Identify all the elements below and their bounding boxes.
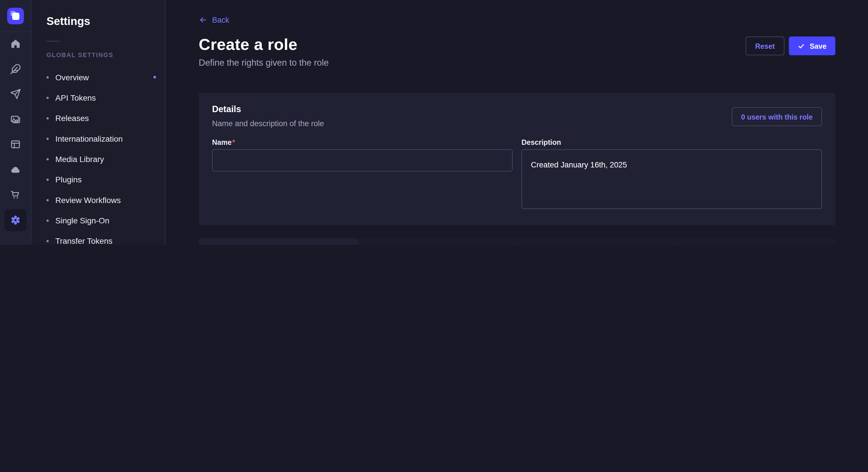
rail-nav — [4, 33, 26, 231]
name-field-group: Name* — [212, 137, 513, 211]
subnav-title: Settings — [46, 14, 165, 28]
sidebar-item-media-library[interactable]: Media Library — [46, 149, 165, 169]
users-with-role-button[interactable]: 0 users with this role — [732, 107, 822, 126]
strapi-logo-icon — [7, 8, 24, 24]
details-title: Details — [212, 104, 324, 115]
strapi-logo[interactable] — [7, 8, 24, 24]
layout-icon[interactable] — [4, 133, 26, 156]
permissions-card: Collection Types Single Types Plugins Se… — [198, 238, 835, 245]
section-label-global-settings: GLOBAL SETTINGS — [46, 51, 165, 59]
name-input[interactable] — [212, 149, 513, 171]
sidebar-item-internationalization[interactable]: Internationalization — [46, 128, 165, 148]
permissions-tabs: Collection Types Single Types Plugins Se… — [198, 238, 835, 245]
tab-single-types[interactable]: Single Types — [358, 238, 517, 245]
settings-subnav: Settings GLOBAL SETTINGS Overview API To… — [32, 0, 166, 245]
feather-icon[interactable] — [4, 58, 26, 80]
required-asterisk: * — [232, 138, 235, 146]
home-icon[interactable] — [4, 33, 26, 55]
global-settings-list: Overview API Tokens Releases Internation… — [46, 67, 165, 245]
rail-divider — [0, 32, 31, 32]
strapi-admin-screen: KD Settings GLOBAL SETTINGS Overview API… — [0, 0, 868, 245]
bullet-icon — [46, 178, 49, 181]
details-card: Details Name and description of the role… — [198, 93, 835, 225]
tab-plugins[interactable]: Plugins — [517, 238, 676, 245]
sidebar-item-releases[interactable]: Releases — [46, 108, 165, 128]
main-content: Back Create a role Define the rights giv… — [166, 0, 868, 245]
save-button[interactable]: Save — [788, 36, 835, 55]
page-subtitle: Define the rights given to the role — [198, 58, 329, 69]
subnav-title-divider — [46, 41, 60, 42]
bullet-icon — [46, 97, 49, 99]
description-label: Description — [522, 138, 561, 146]
description-field-group: Description Created January 16th, 2025 — [522, 137, 822, 211]
check-icon — [797, 42, 805, 49]
reset-button[interactable]: Reset — [746, 36, 784, 55]
cloud-icon[interactable] — [4, 159, 26, 181]
notification-dot-icon — [153, 76, 156, 78]
details-card-text: Details Name and description of the role — [212, 104, 324, 129]
sidebar-item-review-workflows[interactable]: Review Workflows — [46, 190, 165, 210]
bullet-icon — [46, 76, 49, 78]
paper-plane-icon[interactable] — [4, 83, 26, 105]
icon-rail: KD — [0, 0, 32, 245]
bullet-icon — [46, 199, 49, 201]
tab-settings[interactable]: Settings — [676, 238, 835, 245]
name-label: Name* — [212, 138, 235, 146]
back-link[interactable]: Back — [198, 15, 229, 24]
arrow-left-icon — [198, 15, 208, 24]
sidebar-item-plugins[interactable]: Plugins — [46, 169, 165, 190]
bullet-icon — [46, 220, 49, 222]
page-head-text: Create a role Define the rights given to… — [198, 35, 329, 69]
media-library-icon[interactable] — [4, 108, 26, 130]
cart-icon[interactable] — [4, 183, 26, 206]
bullet-icon — [46, 158, 49, 160]
gear-icon[interactable] — [4, 209, 26, 231]
sidebar-item-single-sign-on[interactable]: Single Sign-On — [46, 210, 165, 231]
description-textarea[interactable]: Created January 16th, 2025 — [522, 149, 822, 209]
details-subtitle: Name and description of the role — [212, 119, 324, 129]
page-title: Create a role — [198, 35, 329, 53]
header-actions: Reset Save — [746, 36, 835, 55]
bullet-icon — [46, 240, 49, 242]
sidebar-item-api-tokens[interactable]: API Tokens — [46, 88, 165, 108]
sidebar-item-transfer-tokens[interactable]: Transfer Tokens — [46, 231, 165, 245]
sidebar-item-overview[interactable]: Overview — [46, 67, 165, 87]
tab-collection-types[interactable]: Collection Types — [198, 238, 358, 245]
bullet-icon — [46, 137, 49, 140]
bullet-icon — [46, 117, 49, 119]
